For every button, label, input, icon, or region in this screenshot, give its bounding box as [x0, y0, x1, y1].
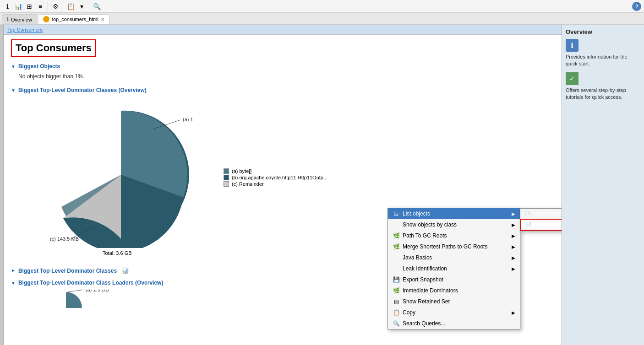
- tab-overview[interactable]: ℹ Overview: [2, 14, 37, 24]
- biggest-objects-heading[interactable]: ▼ Biggest Objects: [11, 63, 554, 70]
- pie-chart: (a) 1.7 GB (c) 143.5 MB (b) 1.7 GB: [48, 102, 194, 248]
- breadcrumb-link[interactable]: Top Consumers: [7, 27, 43, 32]
- biggest-objects-arrow: ▼: [11, 64, 16, 69]
- menu-item-copy[interactable]: 📋 Copy ▶: [388, 307, 520, 318]
- submenu-item-outgoing[interactable]: 📄 with outgoing references: [520, 209, 562, 219]
- show-objects-arrow: ▶: [512, 222, 515, 227]
- content-area: Top Consumers Top Consumers ▼ Biggest Ob…: [4, 25, 562, 345]
- right-panel-title: Overview: [566, 28, 640, 35]
- help-icon[interactable]: ?: [632, 2, 641, 11]
- submenu-outgoing-label: with outgoing references: [535, 210, 562, 217]
- clipboard-icon[interactable]: 📋: [66, 2, 75, 11]
- biggest-objects-section: ▼ Biggest Objects No objects bigger than…: [11, 63, 554, 80]
- data-row-c[interactable]: (c) Remainder: [222, 181, 329, 187]
- main-layout: Top Consumers Top Consumers ▼ Biggest Ob…: [0, 25, 644, 345]
- menu-item-list-objects[interactable]: 🗂 List objects ▶ 📄 with outgoing referen…: [388, 208, 520, 219]
- class-loaders-label: Biggest Top-Level Dominator Class Loader…: [18, 280, 164, 286]
- dominator-classes-export-icon[interactable]: 📊: [121, 267, 129, 274]
- dominator-classes-overview-heading[interactable]: ▼ Biggest Top-Level Dominator Classes (O…: [11, 87, 554, 93]
- submenu-incoming-label: with incoming references: [536, 221, 562, 228]
- toolbar: ℹ 📊 ⊞ ≡ ⚙ 📋 ▾ 🔍 ?: [0, 0, 644, 13]
- class-loaders-pie-preview: (a) 1.9 GB: [48, 290, 139, 313]
- menu-item-path-to-gc-label: Path To GC Roots: [403, 232, 447, 239]
- dominator-classes-overview-label: Biggest Top-Level Dominator Classes (Ove…: [18, 87, 147, 93]
- outgoing-icon: 📄: [525, 211, 530, 216]
- data-row-a-label: (a) byte[]: [232, 168, 251, 174]
- path-gc-arrow: ▶: [512, 233, 515, 238]
- dominator-classes-arrow: ▼: [11, 269, 16, 273]
- class-loaders-label-a: (a) 1.9 GB: [86, 290, 109, 292]
- breadcrumb-bar: Top Consumers: [4, 25, 562, 35]
- chart-total-label: Total: 3.6 GB: [103, 250, 132, 256]
- menu-item-java-basics-label: Java Basics: [403, 254, 432, 261]
- right-panel-item-tutorials: ✓ Offers several step-by-step tutorials …: [566, 72, 640, 101]
- list-objects-icon: 🗂: [393, 210, 400, 217]
- menu-item-show-retained-label: Show Retained Set: [403, 298, 450, 305]
- show-retained-icon: ▤: [393, 298, 400, 305]
- page-title: Top Consumers: [11, 39, 96, 57]
- dominator-classes-label: Biggest Top-Level Dominator Classes: [18, 268, 117, 274]
- show-objects-icon: [393, 221, 400, 228]
- tab-overview-label: Overview: [11, 17, 32, 22]
- dropdown-icon[interactable]: ▾: [77, 2, 86, 11]
- menu-item-immediate-dominators[interactable]: 🌿 Immediate Dominators: [388, 285, 520, 296]
- menu-item-path-to-gc[interactable]: 🌿 Path To GC Roots ▶: [388, 230, 520, 241]
- incoming-icon: 📄: [526, 222, 531, 227]
- biggest-objects-label: Biggest Objects: [18, 63, 60, 70]
- chart-label-a: (a) 1.7 GB: [183, 117, 194, 122]
- data-row-b-label: (b) org.apache.coyote.http11.Http11Outp.…: [232, 175, 327, 180]
- menu-item-merge-shortest[interactable]: 🌿 Merge Shortest Paths to GC Roots ▶: [388, 241, 520, 252]
- merge-icon: 🌿: [393, 243, 400, 250]
- menu-item-search-queries-label: Search Queries...: [403, 320, 445, 327]
- gear-icon[interactable]: ⚙: [51, 2, 60, 11]
- copy-arrow: ▶: [512, 310, 515, 315]
- data-row-b[interactable]: (b) org.apache.coyote.http11.Http11Outp.…: [222, 174, 329, 181]
- color-box-b: [224, 175, 229, 180]
- grid-icon[interactable]: ⊞: [25, 2, 34, 11]
- menu-item-search-queries[interactable]: 🔍 Search Queries...: [388, 318, 520, 329]
- separator-3: [89, 2, 89, 11]
- search-icon[interactable]: 🔍: [92, 2, 101, 11]
- separator-1: [48, 2, 48, 11]
- java-basics-icon: [393, 254, 400, 261]
- menu-item-export-snapshot[interactable]: 💾 Export Snapshot: [388, 274, 520, 285]
- data-row-a[interactable]: (a) byte[]: [222, 168, 329, 174]
- color-box-c: [224, 181, 229, 187]
- data-table: (a) byte[] (b) org.apache.coyote.http11.…: [222, 168, 329, 187]
- menu-item-list-objects-label: List objects: [403, 210, 430, 217]
- data-row-c-label: (c) Remainder: [232, 181, 264, 187]
- svg-line-2: [68, 290, 84, 292]
- info-icon[interactable]: ℹ: [3, 2, 12, 11]
- menu-item-show-objects-label: Show objects by class: [403, 221, 457, 228]
- tab-overview-icon: ℹ: [7, 16, 9, 22]
- leak-arrow: ▶: [512, 266, 515, 271]
- menu-item-copy-label: Copy: [403, 309, 415, 316]
- menu-item-show-objects[interactable]: Show objects by class ▶: [388, 219, 520, 230]
- tab-close-icon[interactable]: ✕: [101, 17, 104, 22]
- submenu-item-incoming[interactable]: 📄 with incoming references: [520, 219, 562, 231]
- tutorials-text: Offers several step-by-step tutorials fo…: [566, 87, 640, 101]
- right-panel-item-quickstart: ℹ Provides information for the quick sta…: [566, 39, 640, 68]
- quickstart-icon[interactable]: ℹ: [566, 39, 579, 52]
- chart-area: (a) 1.7 GB (c) 143.5 MB (b) 1.7 GB Total…: [11, 97, 387, 262]
- chart-icon[interactable]: 📊: [14, 2, 23, 11]
- quickstart-text: Provides information for the quick start…: [566, 54, 640, 68]
- list-objects-arrow: ▶: [512, 211, 515, 216]
- menu-item-leak-label: Leak Identification: [403, 265, 447, 272]
- search-queries-icon: 🔍: [393, 320, 400, 327]
- edge-bar: [0, 25, 4, 345]
- list-icon[interactable]: ≡: [36, 2, 45, 11]
- export-snapshot-icon: 💾: [393, 276, 400, 283]
- leak-icon: [393, 265, 400, 272]
- menu-item-leak[interactable]: Leak Identification ▶: [388, 263, 520, 274]
- copy-icon: 📋: [393, 309, 400, 316]
- no-objects-text: No objects bigger than 1%.: [18, 73, 554, 80]
- tab-top-consumers[interactable]: top_consumers_html ✕: [38, 14, 109, 24]
- tutorials-icon[interactable]: ✓: [566, 72, 579, 85]
- color-box-a: [224, 168, 229, 174]
- tab-top-consumers-icon: [43, 16, 49, 22]
- context-menu: 🗂 List objects ▶ 📄 with outgoing referen…: [387, 208, 520, 329]
- menu-item-show-retained[interactable]: ▤ Show Retained Set: [388, 296, 520, 307]
- java-basics-arrow: ▶: [512, 255, 515, 260]
- menu-item-java-basics[interactable]: Java Basics ▶: [388, 252, 520, 263]
